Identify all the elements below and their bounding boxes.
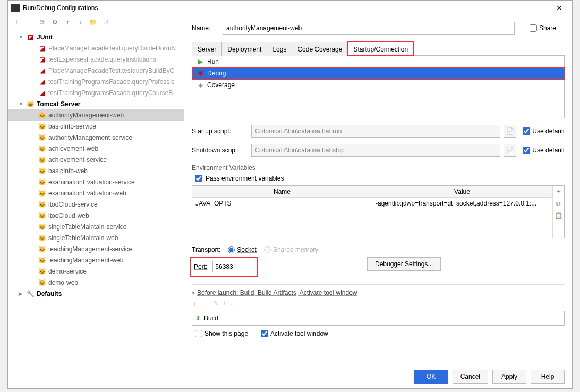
collapse-icon[interactable]: ▾ [192, 289, 195, 296]
bl-list[interactable]: ⬇ Build [192, 311, 565, 326]
close-icon[interactable]: ✕ [550, 4, 569, 12]
socket-radio[interactable] [228, 246, 235, 253]
tree-defaults[interactable]: ▶ 🔧 Defaults [8, 288, 184, 299]
tree-item[interactable]: ◪PlaceManageFacadeTest.testqueryBuildByC [8, 65, 184, 76]
tree-item[interactable]: 🐱basicInfo-service [8, 121, 184, 132]
cancel-button[interactable]: Cancel [453, 370, 488, 384]
tree-item[interactable]: 🐱singleTableMaintain-web [8, 232, 184, 243]
bug-icon: 🐞 [197, 70, 204, 77]
tree-item[interactable]: 🐱authorityManagement-web [8, 109, 184, 121]
share-check[interactable] [530, 24, 537, 32]
env-copy-icon[interactable]: ⧉ [556, 200, 561, 208]
bl-up-icon[interactable]: ↑ [223, 300, 226, 309]
before-launch: ▾ Before launch: Build, Build Artifacts,… [192, 284, 565, 337]
port-input[interactable] [212, 261, 244, 272]
expand-icon[interactable]: ▶ [19, 291, 24, 296]
sort-icon[interactable]: ↓² [101, 18, 110, 27]
help-button[interactable]: Help [531, 370, 565, 384]
radio-socket[interactable]: Socket [228, 246, 257, 253]
tab-deployment[interactable]: Deployment [221, 42, 267, 56]
shutdown-default-chk[interactable]: Use default [523, 147, 565, 154]
config-toolbar: ＋ － ⧉ ⚙ ↑ ↓ 📁 ↓² [8, 15, 184, 29]
tree-item[interactable]: 🐱authorityManagement-service [8, 132, 184, 143]
remove-icon[interactable]: － [25, 18, 33, 27]
activate-check[interactable] [261, 330, 268, 337]
expand-icon[interactable]: ▼ [19, 101, 24, 107]
apply-button[interactable]: Apply [492, 370, 526, 384]
tree-item[interactable]: ◪testTrainingProgramsFacade.queryProfess… [8, 76, 184, 87]
tree-item[interactable]: 🐱teachingManagement-web [8, 254, 184, 266]
junit-icon: ◪ [38, 66, 46, 75]
junit-icon: ◪ [26, 33, 35, 41]
tomcat-icon: 🐱 [38, 267, 46, 276]
tree-item[interactable]: 🐱demo-web [8, 277, 184, 288]
startup-browse-icon[interactable]: 📄 [504, 125, 516, 138]
settings-icon[interactable]: ⚙ [50, 18, 59, 27]
tree-item[interactable]: ◪testTrainingProgramsFacade.queryCourseB [8, 87, 184, 98]
env-grid[interactable]: Name Value JAVA_OPTS -agentlib:jdwp=tran… [192, 186, 552, 238]
shutdown-browse-icon[interactable]: 📄 [504, 144, 516, 157]
tree-item[interactable]: 🐱demo-service [8, 266, 184, 277]
tab-logs[interactable]: Logs [267, 42, 292, 56]
run-mode-debug[interactable]: 🐞 Debug [192, 67, 564, 79]
activate-chk[interactable]: Activate tool window [261, 330, 328, 337]
debugger-settings-button[interactable]: Debugger Settings... [367, 257, 441, 271]
env-row[interactable]: JAVA_OPTS -agentlib:jdwp=transport=dt_so… [192, 198, 552, 209]
folder-icon[interactable]: 📁 [89, 18, 97, 27]
up-icon[interactable]: ↑ [63, 18, 72, 27]
left-panel: ＋ － ⧉ ⚙ ↑ ↓ 📁 ↓² ▼ ◪ JUnit ◪PlaceManageF… [8, 15, 184, 364]
startup-default-check[interactable] [523, 127, 530, 135]
run-mode-run[interactable]: ▶ Run [192, 56, 564, 67]
tab-server[interactable]: Server [192, 42, 222, 56]
tree-item[interactable]: 🐱teachingManagement-service [8, 243, 184, 254]
name-input[interactable] [223, 22, 515, 35]
env-col-name: Name [192, 186, 372, 197]
bl-checks: Show this page Activate tool window [192, 330, 565, 337]
tree-item[interactable]: ◪testExpensesFacade.queryInstitutions [8, 54, 184, 65]
run-mode-coverage[interactable]: ◈ Coverage [192, 79, 564, 91]
show-page-check[interactable] [195, 330, 202, 337]
share-checkbox[interactable]: Share [530, 24, 565, 32]
bl-remove-icon[interactable]: － [202, 300, 209, 309]
tree-item[interactable]: 🐱examinationEvaluation-web [8, 188, 184, 199]
tab-startup-connection[interactable]: Startup/Connection [347, 42, 414, 56]
startup-label: Startup script: [192, 127, 248, 135]
transport-label: Transport: [192, 246, 220, 253]
shutdown-label: Shutdown script: [192, 147, 248, 154]
env-add-icon[interactable]: ＋ [556, 187, 562, 196]
tree-junit[interactable]: ▼ ◪ JUnit [8, 31, 184, 42]
bl-edit-icon[interactable]: ✎ [213, 300, 218, 309]
copy-icon[interactable]: ⧉ [38, 18, 46, 27]
bl-toolbar: ＋ － ✎ ↑ ↓ [192, 300, 565, 309]
bl-down-icon[interactable]: ↓ [230, 300, 233, 309]
junit-icon: ◪ [38, 78, 46, 86]
tomcat-icon: 🐱 [26, 100, 35, 108]
window-title: Run/Debug Configurations [23, 4, 550, 12]
expand-icon[interactable]: ▼ [19, 35, 24, 40]
tree-tomcat[interactable]: ▼ 🐱 Tomcat Server [8, 98, 184, 109]
add-icon[interactable]: ＋ [12, 18, 21, 27]
tree-item[interactable]: ◪PlaceManageFacadeTest.queryDivideDormN [8, 42, 184, 54]
tree-item[interactable]: 🐱singleTableMaintain-service [8, 221, 184, 232]
tree-item[interactable]: 🐱basicInfo-web [8, 165, 184, 176]
tree-item[interactable]: 🐱achievement-web [8, 143, 184, 154]
tab-code-coverage[interactable]: Code Coverage [292, 42, 348, 56]
show-page-chk[interactable]: Show this page [195, 330, 248, 337]
name-row: Name: Share [192, 22, 565, 35]
tree-item[interactable]: 🐱itooCloud-web [8, 210, 184, 221]
env-paste-icon[interactable]: 📋 [555, 212, 562, 219]
tree-item[interactable]: 🐱examinationEvaluation-service [8, 176, 184, 188]
shutdown-default-check[interactable] [523, 147, 530, 154]
startup-default-chk[interactable]: Use default [523, 127, 565, 135]
env-header: Name Value [192, 186, 552, 198]
tree-item[interactable]: 🐱achievement-service [8, 154, 184, 165]
tree-item[interactable]: 🐱itooCloud-service [8, 199, 184, 210]
tomcat-icon: 🐱 [38, 189, 46, 198]
ok-button[interactable]: OK [414, 370, 448, 384]
before-launch-header[interactable]: ▾ Before launch: Build, Build Artifacts,… [192, 289, 565, 296]
env-pass-chk[interactable]: Pass environment variables [192, 175, 565, 182]
radio-shared: Shared memory [264, 246, 318, 253]
bl-add-icon[interactable]: ＋ [192, 300, 198, 309]
down-icon[interactable]: ↓ [76, 18, 84, 27]
env-pass-check[interactable] [195, 175, 202, 182]
